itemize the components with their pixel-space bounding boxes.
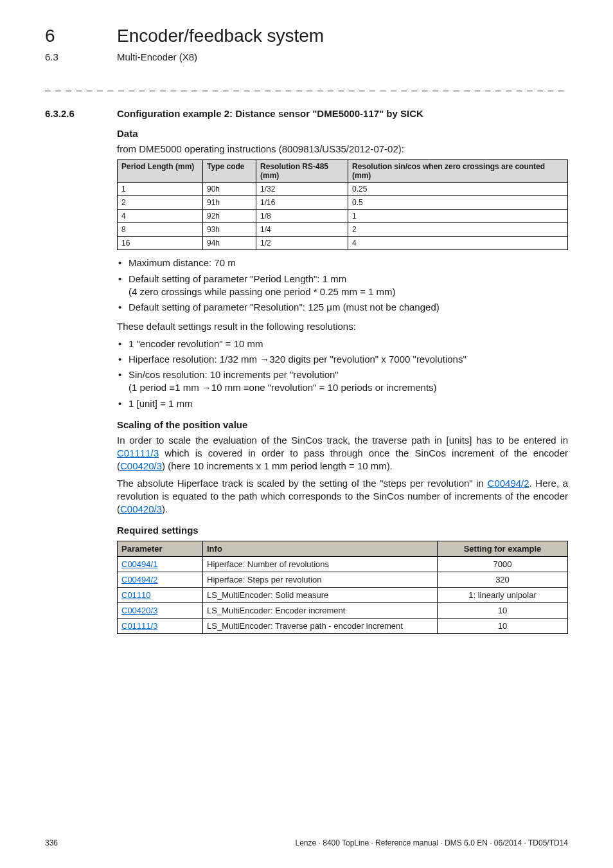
equiv-icon <box>241 382 249 393</box>
data-table: Period Length (mm) Type code Resolution … <box>117 159 568 250</box>
list-item: Sin/cos resolution: 10 increments per "r… <box>129 368 568 395</box>
arrow-icon <box>257 354 269 365</box>
required-settings-heading: Required settings <box>117 525 568 536</box>
scaling-heading: Scaling of the position value <box>117 419 568 430</box>
link-c00420-3[interactable]: C00420/3 <box>120 460 162 471</box>
section-title: Configuration example 2: Distance sensor… <box>117 108 423 119</box>
footer-text: Lenze · 8400 TopLine · Reference manual … <box>296 838 568 847</box>
equiv-icon <box>166 382 175 393</box>
table-row: 1694h1/24 <box>118 237 568 250</box>
defaults-intro: These default settings result in the fol… <box>117 320 568 333</box>
table-row: C01111/3LS_MultiEncoder: Traverse path -… <box>118 619 568 634</box>
link-c00494-2[interactable]: C00494/2 <box>488 478 529 489</box>
table-row: C00420/3LS_MultiEncoder: Encoder increme… <box>118 603 568 619</box>
table-row: C01110LS_MultiEncoder: Solid measure1: l… <box>118 588 568 603</box>
required-settings-table: Parameter Info Setting for example C0049… <box>117 541 568 634</box>
bullets-resolutions: 1 "encoder revolution" = 10 mm Hiperface… <box>117 338 568 410</box>
th-parameter: Parameter <box>118 541 203 557</box>
list-item: Maximum distance: 70 m <box>129 257 568 269</box>
list-item: Default setting of parameter "Period Len… <box>129 273 568 299</box>
subsection-number: 6.3 <box>45 51 117 62</box>
section-number: 6.3.2.6 <box>45 108 117 119</box>
table-row: 893h1/42 <box>118 223 568 237</box>
footer: 336 Lenze · 8400 TopLine · Reference man… <box>45 838 568 847</box>
th-res-sincos: Resolution sin/cos when zero crossings a… <box>348 160 568 183</box>
list-item: 1 "encoder revolution" = 10 mm <box>129 338 568 350</box>
bullets-data: Maximum distance: 70 m Default setting o… <box>117 257 568 314</box>
scaling-para-1: In order to scale the evaluation of the … <box>117 434 568 473</box>
divider: _ _ _ _ _ _ _ _ _ _ _ _ _ _ _ _ _ _ _ _ … <box>45 80 568 91</box>
table-row: 291h1/160.5 <box>118 196 568 210</box>
table-row: 190h1/320.25 <box>118 183 568 196</box>
list-item: 1 [unit] = 1 mm <box>129 397 568 410</box>
table-row: 492h1/81 <box>118 210 568 223</box>
chapter-title: Encoder/feedback system <box>117 26 324 46</box>
link-param[interactable]: C01111/3 <box>121 621 157 631</box>
link-c00420-3-b[interactable]: C00420/3 <box>120 503 162 514</box>
th-type: Type code <box>203 160 256 183</box>
page-number: 336 <box>45 838 58 847</box>
th-period: Period Length (mm) <box>118 160 203 183</box>
link-param[interactable]: C01110 <box>121 590 151 600</box>
link-param[interactable]: C00494/1 <box>121 559 157 569</box>
subsection-title: Multi-Encoder (X8) <box>117 51 197 62</box>
link-param[interactable]: C00494/2 <box>121 575 157 584</box>
link-c01111-3[interactable]: C01111/3 <box>117 448 159 458</box>
scaling-para-2: The absolute Hiperface track is scaled b… <box>117 477 568 516</box>
th-info: Info <box>203 541 438 557</box>
list-item: Hiperface resolution: 1/32 mm320 digits … <box>129 353 568 366</box>
table-row: C00494/2Hiperface: Steps per revolution3… <box>118 572 568 588</box>
data-intro: from DME5000 operating instructions (800… <box>117 143 568 156</box>
table-row: C00494/1Hiperface: Number of revolutions… <box>118 557 568 572</box>
chapter-number: 6 <box>45 26 117 46</box>
arrow-icon <box>199 382 211 393</box>
list-item: Default setting of parameter "Resolution… <box>129 301 568 314</box>
data-heading: Data <box>117 128 568 139</box>
th-res485: Resolution RS-485 (mm) <box>256 160 348 183</box>
link-param[interactable]: C00420/3 <box>121 606 157 615</box>
th-setting: Setting for example <box>438 541 568 557</box>
